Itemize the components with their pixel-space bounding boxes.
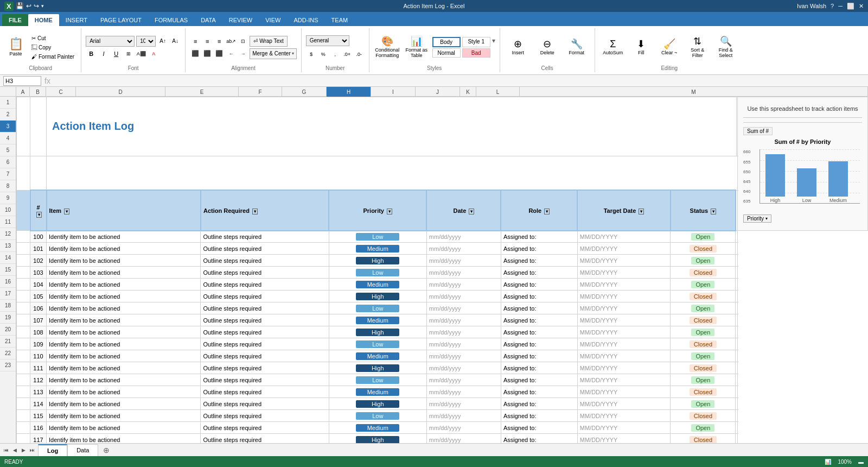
scroll-right[interactable]: ▶ <box>20 446 27 454</box>
cell-date-107[interactable]: mm/dd/yyyy <box>426 314 501 326</box>
cell-num-117[interactable]: 117 <box>30 434 47 443</box>
cell-date-103[interactable]: mm/dd/yyyy <box>426 267 501 279</box>
cell-rest-107[interactable] <box>736 314 738 326</box>
cell-priority-107[interactable]: Medium <box>329 314 426 326</box>
cell-rest-116[interactable] <box>736 422 738 434</box>
cell-action-117[interactable]: Outline steps required <box>201 434 329 443</box>
indent-increase-btn[interactable]: → <box>238 48 248 59</box>
styles-scroll-btn[interactable]: ▾ <box>492 37 495 47</box>
quick-access-save[interactable]: 💾 <box>16 2 24 10</box>
cell-target-117[interactable]: MM/DD/YYYY <box>577 434 671 443</box>
cell-role-104[interactable]: Assigned to: <box>501 279 577 291</box>
cell-priority-115[interactable]: Low <box>329 410 426 422</box>
cell-rest-105[interactable] <box>736 291 738 302</box>
cell-role-112[interactable]: Assigned to: <box>501 374 577 386</box>
cell-priority-113[interactable]: Medium <box>329 386 426 398</box>
cell-action-103[interactable]: Outline steps required <box>201 267 329 279</box>
filter-arrow-item[interactable]: ▾ <box>64 209 69 214</box>
cell-item-101[interactable]: Identify item to be actioned <box>47 243 201 255</box>
cell-a3[interactable] <box>17 190 30 231</box>
cell-date-111[interactable]: mm/dd/yyyy <box>426 362 501 374</box>
col-j[interactable]: J <box>416 87 460 97</box>
col-g[interactable]: G <box>282 87 327 97</box>
cell-num-115[interactable]: 115 <box>30 410 47 422</box>
cell-a2[interactable] <box>17 156 30 190</box>
header-date[interactable]: Date ▾ <box>426 190 501 231</box>
cell-a10[interactable] <box>17 302 30 314</box>
col-e[interactable]: E <box>165 87 239 97</box>
header-item[interactable]: Item ▾ <box>47 190 201 231</box>
insert-button[interactable]: ⊕ Insert <box>505 33 532 61</box>
wrap-text-button[interactable]: ⏎ Wrap Text <box>250 36 288 47</box>
cell-action-112[interactable]: Outline steps required <box>201 374 329 386</box>
filter-arrow-priority[interactable]: ▾ <box>387 209 392 214</box>
cell-target-114[interactable]: MM/DD/YYYY <box>577 398 671 410</box>
cell-a8[interactable] <box>17 279 30 291</box>
tab-addins[interactable]: ADD-INS <box>287 14 324 26</box>
cell-a12[interactable] <box>17 326 30 338</box>
cell-date-114[interactable]: mm/dd/yyyy <box>426 398 501 410</box>
cell-status-111[interactable]: Closed <box>671 362 736 374</box>
cell-a21[interactable] <box>17 434 30 443</box>
cell-rest-103[interactable] <box>736 267 738 279</box>
cell-date-115[interactable]: mm/dd/yyyy <box>426 410 501 422</box>
cell-status-100[interactable]: Open <box>671 231 736 243</box>
cell-rest-106[interactable] <box>736 302 738 314</box>
cell-status-102[interactable]: Open <box>671 255 736 267</box>
cell-rest-2[interactable] <box>47 156 738 190</box>
cell-status-108[interactable]: Open <box>671 326 736 338</box>
cell-rest-114[interactable] <box>736 398 738 410</box>
col-d[interactable]: D <box>76 87 165 97</box>
cell-action-102[interactable]: Outline steps required <box>201 255 329 267</box>
cell-date-104[interactable]: mm/dd/yyyy <box>426 279 501 291</box>
increase-font-btn[interactable]: A↑ <box>157 36 168 47</box>
cell-num-105[interactable]: 105 <box>30 291 47 302</box>
cell-priority-103[interactable]: Low <box>329 267 426 279</box>
align-top-right-btn[interactable]: ≡ <box>214 36 225 47</box>
cell-rest-104[interactable] <box>736 279 738 291</box>
cell-action-113[interactable]: Outline steps required <box>201 386 329 398</box>
cell-target-109[interactable]: MM/DD/YYYY <box>577 338 671 350</box>
cell-role-106[interactable]: Assigned to: <box>501 302 577 314</box>
header-target[interactable]: Target Date ▾ <box>577 190 671 231</box>
col-rest[interactable]: M <box>520 87 868 97</box>
cell-item-117[interactable]: Identify item to be actioned <box>47 434 201 443</box>
format-button[interactable]: 🔧 Format <box>563 33 590 61</box>
align-right-btn[interactable]: ⬛ <box>214 48 225 59</box>
col-k[interactable]: K <box>460 87 476 97</box>
quick-access-dropdown[interactable]: ▾ <box>41 3 44 9</box>
cell-action-109[interactable]: Outline steps required <box>201 338 329 350</box>
style-body[interactable]: Body <box>432 37 461 47</box>
tab-page-layout[interactable]: PAGE LAYOUT <box>94 14 148 26</box>
cell-item-108[interactable]: Identify item to be actioned <box>47 326 201 338</box>
bold-button[interactable]: B <box>86 48 97 59</box>
cell-num-106[interactable]: 106 <box>30 302 47 314</box>
header-priority[interactable]: Priority ▾ <box>329 190 426 231</box>
cell-item-110[interactable]: Identify item to be actioned <box>47 350 201 362</box>
cell-priority-105[interactable]: High <box>329 291 426 302</box>
cell-role-114[interactable]: Assigned to: <box>501 398 577 410</box>
cell-rest-110[interactable] <box>736 350 738 362</box>
scroll-left-first[interactable]: ⏮ <box>2 446 10 454</box>
cell-item-106[interactable]: Identify item to be actioned <box>47 302 201 314</box>
minimize-btn[interactable]: ─ <box>838 3 843 9</box>
cell-action-114[interactable]: Outline steps required <box>201 398 329 410</box>
header-status[interactable]: Status ▾ <box>671 190 736 231</box>
scroll-left[interactable]: ◀ <box>11 446 18 454</box>
col-l[interactable]: L <box>476 87 520 97</box>
style-normal[interactable]: Normal <box>432 48 461 58</box>
cell-a16[interactable] <box>17 374 30 386</box>
cell-target-103[interactable]: MM/DD/YYYY <box>577 267 671 279</box>
cell-date-113[interactable]: mm/dd/yyyy <box>426 386 501 398</box>
cell-priority-108[interactable]: High <box>329 326 426 338</box>
cell-priority-109[interactable]: Low <box>329 338 426 350</box>
cell-status-104[interactable]: Open <box>671 279 736 291</box>
cell-target-102[interactable]: MM/DD/YYYY <box>577 255 671 267</box>
tab-insert[interactable]: INSERT <box>59 14 94 26</box>
cell-priority-101[interactable]: Medium <box>329 243 426 255</box>
cell-rest-100[interactable] <box>736 231 738 243</box>
close-btn[interactable]: ✕ <box>859 3 864 10</box>
cell-status-105[interactable]: Closed <box>671 291 736 302</box>
cell-action-116[interactable]: Outline steps required <box>201 422 329 434</box>
cell-target-105[interactable]: MM/DD/YYYY <box>577 291 671 302</box>
